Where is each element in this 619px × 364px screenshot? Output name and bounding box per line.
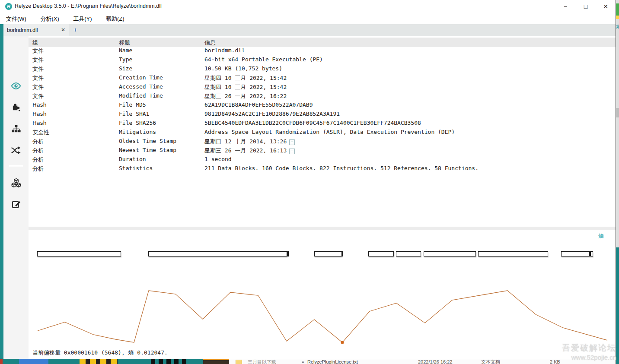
current-offset-marker bbox=[341, 341, 344, 344]
cell-title: Modified Time bbox=[119, 92, 163, 99]
tab-close-icon[interactable]: ✕ bbox=[61, 27, 65, 33]
cell-title: Oldest Time Stamp bbox=[119, 138, 176, 144]
cell-info: 1 second bbox=[204, 156, 232, 162]
background-file-name: RelyzePluginLicense.txt bbox=[307, 359, 358, 364]
table-row[interactable]: 分析Duration1 second bbox=[29, 156, 616, 165]
desktop-edge-teal bbox=[616, 247, 619, 364]
background-file-type: 文本文档 bbox=[481, 359, 500, 364]
relyze-logo-icon bbox=[5, 3, 12, 10]
entropy-chart[interactable] bbox=[29, 230, 616, 359]
minimize-button[interactable]: − bbox=[559, 2, 572, 11]
window-bottom-border bbox=[0, 359, 616, 359]
table-row[interactable]: 文件Size10.50 KB (10,752 bytes) bbox=[29, 65, 616, 74]
tab-label: borlndmm.dll bbox=[7, 27, 38, 33]
cell-info: 5BEBC4540EDFDAA3E1DB22C0CFDB6F09C45F67C1… bbox=[204, 120, 421, 126]
cell-group: 分析 bbox=[32, 165, 44, 173]
title-bar: Relyze Desktop 3.5.0 - E:\Program Files\… bbox=[0, 0, 616, 13]
cell-title: File SHA1 bbox=[119, 111, 149, 117]
cell-group: 分析 bbox=[32, 138, 44, 146]
cell-info: borlndmm.dll bbox=[204, 47, 245, 54]
cell-title: Size bbox=[119, 65, 132, 72]
cell-group: 分析 bbox=[32, 147, 44, 155]
flow-shuffle-icon[interactable] bbox=[10, 144, 22, 156]
blocks-cubes-icon[interactable] bbox=[10, 177, 22, 189]
folder-icon bbox=[236, 360, 242, 364]
background-taskbar-strip: 三月目以下载 ≡ RelyzePluginLicense.txt 2022/1/… bbox=[0, 359, 619, 364]
cell-info: Address Space Layout Randomization (ASLR… bbox=[204, 129, 455, 135]
cell-title: Accessed Time bbox=[119, 83, 163, 90]
cell-title: Statistics bbox=[119, 165, 153, 171]
accent-strip bbox=[0, 24, 3, 359]
entropy-panel: 熵 当前偏移量 0x00001610 (5648), 熵 0.012047. bbox=[29, 230, 616, 359]
notes-edit-icon[interactable] bbox=[10, 198, 22, 210]
table-row[interactable]: HashFile MD562A19DC1B8A4DF0EFE55D0522A07… bbox=[29, 101, 616, 111]
desktop-edge-thumb bbox=[616, 108, 619, 117]
structure-hierarchy-icon[interactable] bbox=[10, 123, 22, 135]
cell-group: Hash bbox=[32, 120, 47, 126]
background-folder-label: 三月目以下载 bbox=[248, 359, 276, 364]
sidebar bbox=[3, 36, 29, 359]
file-info-view: 组 标题 信息 文件Nameborlndmm.dll文件Type64-bit x… bbox=[29, 36, 616, 227]
cell-group: Hash bbox=[32, 101, 47, 108]
cell-title: Creation Time bbox=[119, 74, 163, 81]
plugin-puzzle-icon[interactable] bbox=[10, 101, 22, 113]
menu-file[interactable]: 文件(W) bbox=[0, 13, 32, 23]
menu-analysis[interactable]: 分析(X) bbox=[34, 13, 65, 23]
relyze-desktop-window: Relyze Desktop 3.5.0 - E:\Program Files\… bbox=[0, 0, 619, 364]
cell-info: 211 Data Blocks. 160 Code Blocks. 822 In… bbox=[204, 165, 479, 171]
table-row[interactable]: 文件Creation Time星期四 10 三月 2022, 15:42 bbox=[29, 74, 616, 83]
table-row[interactable]: 分析Newest Time Stamp星期三 26 一月 2022, 16:13… bbox=[29, 147, 616, 156]
cell-info: 星期四 10 三月 2022, 15:42 bbox=[204, 83, 287, 91]
table-row[interactable]: 文件Nameborlndmm.dll bbox=[29, 47, 616, 56]
desktop-icon-red bbox=[0, 359, 3, 364]
background-file-size: 2 KB bbox=[550, 359, 560, 364]
window-title: Relyze Desktop 3.5.0 - E:\Program Files\… bbox=[15, 3, 162, 9]
background-explorer-row: 三月目以下载 ≡ RelyzePluginLicense.txt 2022/1/… bbox=[229, 359, 619, 364]
tab-borlndmm[interactable]: borlndmm.dll ✕ bbox=[3, 24, 69, 36]
cell-group: 文件 bbox=[32, 92, 44, 100]
maximize-button[interactable]: □ bbox=[579, 2, 592, 11]
column-header-info[interactable]: 信息 bbox=[204, 39, 216, 47]
overview-eye-icon[interactable] bbox=[10, 80, 22, 92]
cell-info: 9812D849452AC2C1FE10D288679E2AB852A3A191 bbox=[204, 111, 340, 117]
cell-group: Hash bbox=[32, 111, 47, 117]
table-row[interactable]: 分析Statistics211 Data Blocks. 160 Code Bl… bbox=[29, 165, 616, 174]
cell-group: 安全性 bbox=[32, 129, 49, 136]
cell-group: 分析 bbox=[32, 156, 44, 164]
menu-help[interactable]: 帮助(Z) bbox=[100, 13, 131, 23]
cell-title: Newest Time Stamp bbox=[119, 147, 176, 153]
table-row[interactable]: 文件Accessed Time星期四 10 三月 2022, 15:42 bbox=[29, 83, 616, 92]
desktop-icon-bars bbox=[151, 359, 189, 364]
desktop-icon-yellow-black bbox=[80, 359, 118, 364]
column-header-title[interactable]: 标题 bbox=[119, 39, 130, 47]
timestamp-expander-icon[interactable]: − bbox=[289, 149, 295, 154]
table-header: 组 标题 信息 bbox=[29, 38, 616, 47]
table-row[interactable]: HashFile SHA2565BEBC4540EDFDAA3E1DB22C0C… bbox=[29, 120, 616, 129]
cell-group: 文件 bbox=[32, 56, 44, 64]
table-row[interactable]: 安全性MitigationsAddress Space Layout Rando… bbox=[29, 129, 616, 138]
splitter-handle[interactable] bbox=[29, 227, 616, 230]
desktop-icon-orange bbox=[203, 359, 229, 364]
desktop-icon-blue bbox=[19, 359, 48, 364]
menu-bar: 文件(W) 分析(X) 工具(Y) 帮助(Z) bbox=[0, 13, 616, 24]
timestamp-expander-icon[interactable]: − bbox=[289, 139, 295, 145]
cell-group: 文件 bbox=[32, 74, 44, 82]
table-row[interactable]: 文件Modified Time星期三 26 一月 2022, 16:22 bbox=[29, 92, 616, 101]
menu-tools[interactable]: 工具(Y) bbox=[67, 13, 98, 23]
cell-info: 星期三 26 一月 2022, 16:13− bbox=[204, 147, 295, 155]
desktop-edge-sliver: 频 bbox=[616, 0, 619, 364]
column-header-group[interactable]: 组 bbox=[32, 39, 38, 47]
cell-title: Mitigations bbox=[119, 129, 156, 135]
cell-title: File MD5 bbox=[119, 101, 146, 108]
cell-title: File SHA256 bbox=[119, 120, 156, 126]
close-button[interactable]: ✕ bbox=[599, 2, 612, 11]
cell-group: 文件 bbox=[32, 65, 44, 73]
cell-info: 62A19DC1B8A4DF0EFE55D0522A07DAB9 bbox=[204, 101, 313, 108]
new-tab-button[interactable]: + bbox=[73, 26, 77, 33]
table-row[interactable]: HashFile SHA19812D849452AC2C1FE10D288679… bbox=[29, 111, 616, 120]
cell-info: 10.50 KB (10,752 bytes) bbox=[204, 65, 282, 72]
desktop-edge-yellow bbox=[616, 16, 619, 19]
table-row[interactable]: 分析Oldest Time Stamp星期日 12 十月 2014, 13:26… bbox=[29, 138, 616, 147]
cell-title: Duration bbox=[119, 156, 146, 162]
table-row[interactable]: 文件Type64-bit x64 Portable Executable (PE… bbox=[29, 56, 616, 65]
